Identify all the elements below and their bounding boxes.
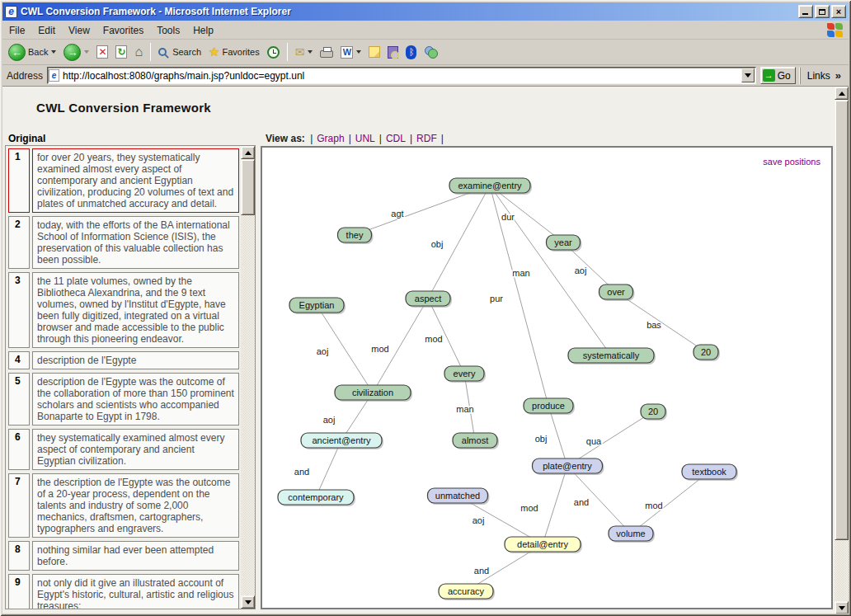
stop-button[interactable]: ✕ bbox=[94, 44, 110, 60]
maximize-button[interactable] bbox=[815, 5, 830, 18]
menu-item-view[interactable]: View bbox=[62, 22, 96, 39]
go-button[interactable]: → Go bbox=[760, 67, 796, 84]
view-as-graph-link[interactable]: Graph bbox=[317, 133, 344, 144]
graph-node-plate[interactable]: plate@entry bbox=[533, 458, 604, 475]
graph-node-egyptian[interactable]: Egyptian bbox=[289, 298, 346, 314]
view-as-unl-link[interactable]: UNL bbox=[355, 133, 375, 144]
graph-node-accuracy[interactable]: accuracy bbox=[439, 584, 495, 600]
minimize-button[interactable] bbox=[798, 5, 813, 18]
forward-button[interactable]: → bbox=[61, 42, 92, 63]
scrollbar-thumb[interactable] bbox=[835, 100, 849, 540]
sentence-text: for over 20 years, they systematically e… bbox=[32, 148, 239, 213]
home-button[interactable]: ⌂ bbox=[132, 45, 145, 59]
history-clock-icon bbox=[267, 46, 280, 59]
node-label: ancient@entry bbox=[312, 435, 371, 445]
node-label: detail@entry bbox=[517, 539, 568, 549]
edge-label-mod: mod bbox=[371, 344, 388, 354]
graph-node-unmatched[interactable]: unmatched bbox=[428, 488, 490, 505]
graph-node-produce[interactable]: produce bbox=[524, 398, 575, 415]
back-dropdown-icon[interactable] bbox=[51, 50, 56, 54]
scrollbar-track[interactable] bbox=[241, 215, 255, 595]
node-label: examine@entry bbox=[458, 181, 522, 190]
save-positions-link[interactable]: save positions bbox=[763, 157, 820, 167]
graph-node-systematically[interactable]: systematically bbox=[568, 348, 656, 364]
sentence-row-4[interactable]: 4description de l'Egypte bbox=[8, 351, 239, 369]
scroll-up-button[interactable] bbox=[241, 146, 255, 159]
scrollbar-track[interactable] bbox=[835, 540, 849, 601]
mail-icon: ✉ bbox=[295, 45, 305, 59]
address-url[interactable]: http://localhost:8080/graphs/main.jsp?un… bbox=[63, 70, 304, 82]
menu-item-help[interactable]: Help bbox=[186, 22, 220, 39]
graph-node-examine[interactable]: examine@entry bbox=[449, 178, 532, 195]
original-panel-title: Original bbox=[8, 133, 45, 144]
sentence-row-7[interactable]: 7the description de l'Egypte was the out… bbox=[8, 473, 239, 538]
node-label: 20 bbox=[701, 347, 711, 357]
sentence-number: 5 bbox=[8, 373, 30, 426]
edit-with-word-button[interactable]: W bbox=[338, 45, 364, 60]
view-as-rdf-link[interactable]: RDF bbox=[416, 133, 437, 144]
window-title: CWL Conversion Framework - Microsoft Int… bbox=[21, 6, 291, 17]
sentence-row-2[interactable]: 2today, with the efforts of the BA inter… bbox=[8, 216, 239, 269]
sentence-row-1[interactable]: 1for over 20 years, they systematically … bbox=[8, 148, 239, 213]
sentence-row-6[interactable]: 6they systematically examined almost eve… bbox=[8, 429, 239, 470]
sentence-row-5[interactable]: 5description de l'Egypte was the outcome… bbox=[8, 373, 239, 426]
menu-item-tools[interactable]: Tools bbox=[150, 22, 186, 39]
windows-flag-icon bbox=[826, 22, 844, 38]
forward-dropdown-icon[interactable] bbox=[84, 50, 89, 54]
graph-node-almost[interactable]: almost bbox=[453, 433, 499, 449]
bluetooth-button[interactable]: ᛒ bbox=[403, 44, 419, 61]
print-button[interactable] bbox=[317, 45, 336, 59]
graph-node-over[interactable]: over bbox=[599, 284, 635, 301]
scroll-down-button[interactable] bbox=[241, 595, 255, 609]
graph-node-ancient[interactable]: ancient@entry bbox=[301, 433, 383, 449]
close-button[interactable]: × bbox=[831, 5, 846, 18]
graph-node-aspect[interactable]: aspect bbox=[406, 291, 452, 308]
mail-button[interactable]: ✉ bbox=[293, 44, 316, 60]
graph-node-every[interactable]: every bbox=[444, 366, 486, 383]
notes-button[interactable] bbox=[366, 45, 383, 59]
page-scrollbar[interactable] bbox=[835, 87, 849, 614]
graph-node-contemporary[interactable]: contemporary bbox=[278, 490, 355, 506]
home-icon: ⌂ bbox=[134, 46, 143, 58]
sentence-row-8[interactable]: 8nothing similar had ever been attempted… bbox=[8, 541, 239, 571]
links-bar[interactable]: Links » bbox=[800, 68, 844, 84]
edge-label-obj: obj bbox=[535, 434, 548, 444]
messenger-button[interactable] bbox=[421, 44, 441, 60]
scrollbar-thumb[interactable] bbox=[241, 159, 255, 215]
graph-node-year[interactable]: year bbox=[547, 235, 582, 252]
mail-dropdown-icon[interactable] bbox=[308, 50, 313, 54]
word-dropdown-icon[interactable] bbox=[356, 50, 361, 54]
node-label: aspect bbox=[415, 294, 441, 303]
edge-label-aoj: aoj bbox=[575, 266, 587, 275]
menu-item-edit[interactable]: Edit bbox=[31, 22, 62, 39]
graph-node-detail[interactable]: detail@entry bbox=[505, 537, 582, 553]
graph-node-n20a[interactable]: 20 bbox=[693, 345, 720, 361]
back-button[interactable]: ← Back bbox=[6, 42, 59, 63]
scroll-down-button[interactable] bbox=[835, 601, 849, 614]
scroll-up-button[interactable] bbox=[835, 87, 849, 100]
history-button[interactable] bbox=[265, 45, 282, 60]
menu-bar: FileEditViewFavoritesToolsHelp bbox=[2, 21, 849, 40]
research-button[interactable] bbox=[385, 45, 401, 60]
graph-node-n20b[interactable]: 20 bbox=[641, 404, 667, 421]
address-dropdown-button[interactable] bbox=[741, 68, 755, 82]
favorites-label: Favorites bbox=[222, 47, 259, 57]
graph-node-textbook[interactable]: textbook bbox=[682, 464, 738, 481]
menu-item-file[interactable]: File bbox=[2, 22, 31, 39]
search-button[interactable]: Search bbox=[156, 45, 204, 59]
favorites-button[interactable]: ★ Favorites bbox=[206, 43, 262, 61]
address-input[interactable]: e http://localhost:8080/graphs/main.jsp?… bbox=[47, 67, 756, 84]
back-icon: ← bbox=[8, 44, 26, 61]
graph-node-they[interactable]: they bbox=[338, 228, 374, 244]
sentence-text: nothing similar had ever been attempted … bbox=[32, 541, 239, 571]
sentence-text: today, with the efforts of the BA intern… bbox=[32, 216, 239, 269]
view-as-cdl-link[interactable]: CDL bbox=[386, 133, 406, 144]
menu-item-favorites[interactable]: Favorites bbox=[96, 22, 150, 39]
original-scrollbar[interactable] bbox=[241, 146, 255, 609]
refresh-button[interactable]: ↻ bbox=[113, 44, 129, 60]
graph-node-civilization[interactable]: civilization bbox=[335, 385, 412, 402]
sentence-row-9[interactable]: 9not only did it give an illustrated acc… bbox=[8, 574, 239, 609]
graph-node-volume[interactable]: volume bbox=[609, 526, 655, 543]
sentence-row-3[interactable]: 3the 11 plate volumes, owned by the Bibl… bbox=[8, 272, 239, 348]
search-label: Search bbox=[172, 47, 201, 57]
